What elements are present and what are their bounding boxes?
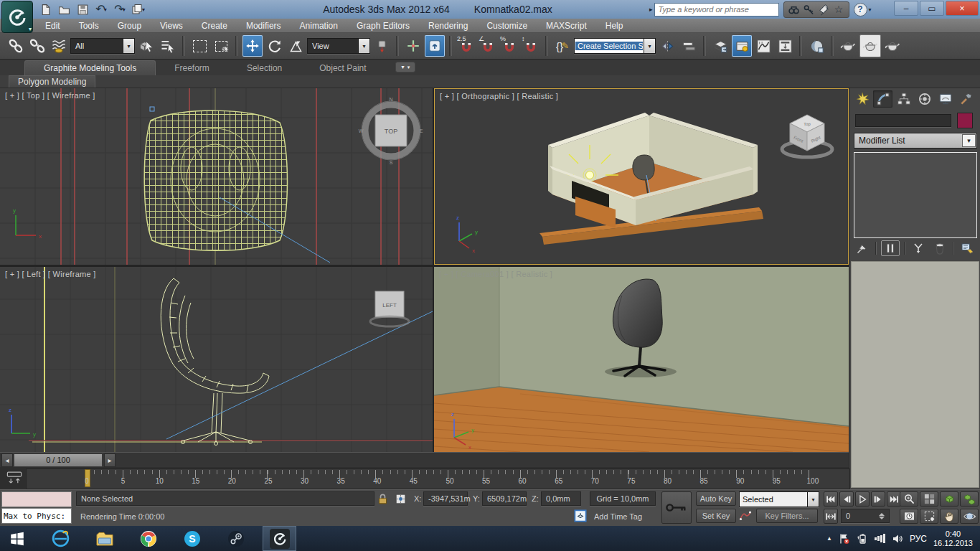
select-and-rotate-icon[interactable] <box>264 35 284 57</box>
menu-item[interactable]: Modifiers <box>237 19 291 33</box>
network-signal-icon[interactable] <box>875 534 885 543</box>
tray-expand-icon[interactable]: ▲ <box>826 535 832 542</box>
viewport-camera[interactable]: z y x [ + ] [ Camera001 ] [ Realistic ] <box>434 267 849 452</box>
new-key-default-in-out-icon[interactable] <box>739 509 752 522</box>
time-configuration-button[interactable] <box>900 509 918 524</box>
time-slider-handle[interactable]: 0 / 100 <box>14 453 103 467</box>
pan-view-button[interactable] <box>940 509 958 524</box>
tab-object-paint[interactable]: Object Paint <box>301 61 385 75</box>
viewport-orthographic[interactable]: z y x Top Front Right [ + ] [ Orthograph… <box>434 88 849 265</box>
play-animation-button[interactable] <box>855 491 870 507</box>
open-file-button[interactable] <box>56 2 72 17</box>
auto-key-button[interactable]: Auto Key <box>696 491 736 506</box>
set-keys-button[interactable] <box>661 491 692 524</box>
make-unique-icon[interactable] <box>910 241 927 255</box>
select-object-icon[interactable] <box>136 35 156 57</box>
favorites-star-icon[interactable]: ☆ <box>832 4 846 16</box>
start-button[interactable] <box>0 526 34 551</box>
select-and-manipulate-icon[interactable] <box>403 35 423 57</box>
show-end-result-icon[interactable] <box>881 240 900 256</box>
menu-item[interactable]: MAXScript <box>537 19 596 33</box>
key-set-dropdown[interactable]: Selected ▾ <box>739 491 819 507</box>
edit-named-selection-sets-icon[interactable]: {}✎ <box>552 35 573 57</box>
add-time-tag[interactable]: Add Time Tag <box>594 512 642 521</box>
schematic-view-icon[interactable] <box>775 35 795 57</box>
menu-item[interactable]: Group <box>108 19 151 33</box>
align-icon[interactable] <box>679 35 699 57</box>
menu-item[interactable]: Create <box>192 19 237 33</box>
use-pivot-point-center-icon[interactable] <box>372 35 392 57</box>
current-frame-field[interactable]: 0 <box>841 509 890 523</box>
key-filters-button[interactable]: Key Filters... <box>756 509 818 523</box>
zoom-all-button[interactable] <box>920 491 938 507</box>
isolate-selection-icon[interactable] <box>574 509 587 522</box>
help-icon[interactable]: ? <box>854 3 867 17</box>
window-crossing-toggle-icon[interactable] <box>211 35 231 57</box>
track-bar-ruler[interactable]: 0510152025303540455055606570758085909510… <box>26 468 850 489</box>
tab-utilities-icon[interactable] <box>956 90 976 108</box>
go-to-end-button[interactable] <box>887 491 901 507</box>
viewport-top[interactable]: x y TOP N W E S [ + ] [ Top ] [ Wirefram… <box>0 88 433 265</box>
mirror-icon[interactable] <box>657 35 677 57</box>
maxscript-mini-listener[interactable]: Max to Physc: <box>1 508 72 524</box>
menu-item[interactable]: Tools <box>70 19 108 33</box>
taskbar-skype-icon[interactable] <box>175 526 209 551</box>
keyboard-shortcut-override-icon[interactable] <box>425 35 445 57</box>
undo-button[interactable]: ↶▾ <box>93 2 109 17</box>
taskbar-steam-icon[interactable] <box>219 526 253 551</box>
select-and-link-icon[interactable] <box>6 35 26 57</box>
pin-stack-icon[interactable] <box>854 241 871 255</box>
viewport-left-label[interactable]: [ + ] [ Left ] [ Wireframe ] <box>5 270 96 278</box>
modifier-stack[interactable] <box>854 152 977 238</box>
reference-coordinate-system-dropdown[interactable]: View▾ <box>307 38 370 54</box>
tab-hierarchy-icon[interactable] <box>894 90 913 108</box>
save-file-button[interactable] <box>75 2 90 17</box>
project-dropdown-icon[interactable]: ▼ <box>141 7 146 12</box>
set-key-button[interactable]: Set Key <box>696 509 736 523</box>
search-flyout-icon[interactable]: ▸ <box>649 6 653 13</box>
subscription-key-icon[interactable] <box>802 4 816 16</box>
selection-filter-dropdown[interactable]: All▾ <box>70 38 135 54</box>
taskbar-3dsmax-icon[interactable] <box>263 526 296 551</box>
open-mini-curve-editor-icon[interactable] <box>6 471 23 485</box>
help-dropdown-icon[interactable]: ▾ <box>869 6 872 13</box>
tab-freeform[interactable]: Freeform <box>156 61 228 75</box>
viewport-left[interactable]: LEFT z y [ + ] [ Left ] [ Wireframe ] <box>0 267 433 452</box>
help-button[interactable]: ? ▾ <box>854 3 872 17</box>
snaps-toggle-icon[interactable]: 2.5 <box>456 35 476 57</box>
configure-modifier-sets-icon[interactable] <box>958 241 976 255</box>
select-and-scale-icon[interactable] <box>286 35 306 57</box>
field-of-view-region-button[interactable] <box>920 509 938 524</box>
tab-motion-icon[interactable] <box>915 90 934 108</box>
zoom-extents-button[interactable] <box>940 491 958 507</box>
minimize-button[interactable]: – <box>894 1 918 16</box>
tab-graphite-modeling-tools[interactable]: Graphite Modeling Tools <box>24 60 156 75</box>
frame-spinner[interactable] <box>879 513 885 519</box>
remove-modifier-icon[interactable] <box>931 241 948 255</box>
redo-dropdown-icon[interactable]: ▾ <box>123 6 126 13</box>
redo-button[interactable]: ↷▾ <box>112 2 128 17</box>
menu-item[interactable]: Views <box>151 19 192 33</box>
bind-to-space-warp-icon[interactable] <box>49 35 69 57</box>
coord-y-field[interactable]: 6509,172m <box>482 491 527 506</box>
taskbar-file-explorer-icon[interactable] <box>88 526 121 551</box>
maxscript-mini-listener-macro[interactable] <box>1 491 72 507</box>
object-name-field[interactable] <box>855 114 951 127</box>
previous-frame-arrow[interactable]: ◂ <box>1 453 13 467</box>
previous-frame-button[interactable] <box>839 491 854 507</box>
viewport-camera-label[interactable]: [ + ] [ Camera001 ] [ Realistic ] <box>439 270 552 278</box>
application-menu-button[interactable]: ▾ <box>1 1 33 33</box>
modifier-list-dropdown[interactable]: Modifier List ▾ <box>854 133 977 149</box>
menu-item[interactable]: Help <box>596 19 633 33</box>
zoom-button[interactable] <box>900 491 918 507</box>
coord-z-field[interactable]: 0,0mm <box>541 491 581 506</box>
unlink-selection-icon[interactable] <box>27 35 47 57</box>
next-frame-button[interactable] <box>871 491 885 507</box>
communication-center-icon[interactable] <box>817 4 831 16</box>
new-scene-button[interactable] <box>37 2 53 17</box>
select-by-name-icon[interactable] <box>158 35 178 57</box>
taskbar-internet-explorer-icon[interactable] <box>44 526 77 551</box>
curve-editor-icon[interactable] <box>753 35 773 57</box>
language-indicator[interactable]: РУС <box>910 534 927 544</box>
taskbar-clock[interactable]: 0:40 16.12.2013 <box>933 529 973 548</box>
